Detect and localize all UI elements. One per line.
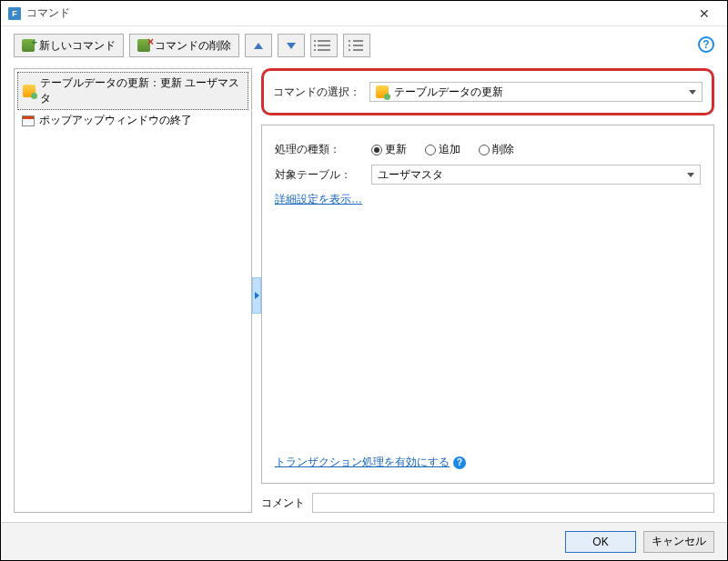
list-view2-button[interactable]: [343, 34, 370, 57]
move-down-button[interactable]: [278, 34, 305, 57]
help-button[interactable]: ?: [698, 36, 714, 53]
caret-down-icon: [689, 90, 696, 95]
command-select-section: コマンドの選択： テーブルデータの更新: [261, 68, 714, 115]
table-icon: [23, 85, 35, 97]
tree-item-table-update[interactable]: テーブルデータの更新：更新 ユーザマスタ: [17, 72, 248, 110]
window-title: コマンド: [26, 5, 689, 21]
command-select-dropdown[interactable]: テーブルデータの更新: [369, 82, 703, 102]
target-table-row: 対象テーブル： ユーザマスタ: [275, 165, 701, 185]
radio-update[interactable]: 更新: [371, 142, 407, 157]
new-icon: [22, 39, 35, 52]
target-table-dropdown[interactable]: ユーザマスタ: [371, 165, 701, 185]
detail-settings-link[interactable]: 詳細設定を表示…: [275, 192, 362, 207]
move-up-button[interactable]: [245, 34, 272, 57]
delete-icon: [137, 39, 150, 52]
command-select-label: コマンドの選択：: [273, 85, 364, 100]
radio-icon: [479, 145, 490, 155]
new-command-label: 新しいコマンド: [39, 38, 116, 54]
new-command-button[interactable]: 新しいコマンド: [14, 34, 124, 57]
tree-item-label: テーブルデータの更新：更新 ユーザマスタ: [40, 75, 243, 106]
radio-icon: [371, 145, 382, 155]
target-table-value: ユーザマスタ: [378, 167, 443, 183]
command-detail-panel: コマンドの選択： テーブルデータの更新 処理の種類： 更新 追加 削除 対象テ: [261, 68, 714, 513]
settings-empty-area: [275, 211, 701, 449]
table-icon: [376, 85, 389, 98]
target-table-label: 対象テーブル：: [275, 167, 366, 183]
radio-delete[interactable]: 削除: [479, 142, 514, 157]
content-area: テーブルデータの更新：更新 ユーザマスタ ポップアップウィンドウの終了 コマンド…: [1, 65, 727, 522]
arrow-down-icon: [287, 43, 296, 49]
cancel-button[interactable]: キャンセル: [643, 531, 714, 553]
ok-button[interactable]: OK: [565, 531, 636, 553]
help-icon[interactable]: ?: [453, 456, 466, 469]
list-view1-button[interactable]: [310, 34, 338, 57]
radio-icon: [425, 145, 436, 155]
command-dialog: F コマンド ✕ 新しいコマンド コマンドの削除 ? テーブルデータの更新：更新…: [0, 0, 728, 561]
close-button[interactable]: ✕: [689, 4, 720, 24]
app-icon: F: [8, 7, 21, 20]
tree-item-label: ポップアップウィンドウの終了: [39, 113, 192, 128]
popup-icon: [22, 115, 35, 126]
process-type-row: 処理の種類： 更新 追加 削除: [275, 142, 701, 157]
command-settings-section: 処理の種類： 更新 追加 削除 対象テーブル： ユーザマスタ 詳細設定を表示…: [261, 125, 714, 484]
titlebar: F コマンド ✕: [1, 1, 727, 26]
dialog-footer: OK キャンセル: [1, 522, 727, 560]
caret-down-icon: [687, 173, 694, 177]
delete-command-button[interactable]: コマンドの削除: [129, 34, 239, 57]
command-list-panel: テーブルデータの更新：更新 ユーザマスタ ポップアップウィンドウの終了: [14, 68, 252, 513]
tree-item-popup-close[interactable]: ポップアップウィンドウの終了: [17, 110, 248, 131]
list-indent-icon: [350, 40, 363, 51]
comment-section: コメント: [261, 493, 714, 513]
command-select-value: テーブルデータの更新: [394, 85, 503, 100]
radio-add[interactable]: 追加: [425, 142, 460, 157]
transaction-link[interactable]: トランザクション処理を有効にする: [275, 455, 450, 470]
toolbar: 新しいコマンド コマンドの削除 ?: [1, 26, 727, 65]
list-icon: [318, 40, 330, 51]
panel-splitter[interactable]: [252, 277, 261, 314]
delete-command-label: コマンドの削除: [155, 38, 231, 54]
arrow-up-icon: [254, 43, 263, 49]
process-type-label: 処理の種類：: [275, 142, 366, 157]
comment-label: コメント: [261, 496, 305, 511]
comment-input[interactable]: [312, 493, 714, 513]
